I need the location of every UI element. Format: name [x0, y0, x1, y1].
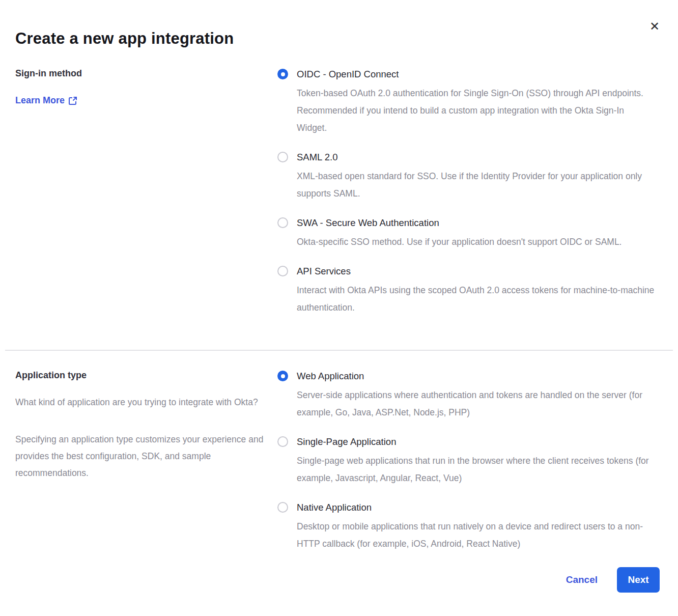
- radio-description-web-application: Server-side applications where authentic…: [297, 386, 657, 421]
- learn-more-link[interactable]: Learn More: [15, 95, 77, 106]
- next-button[interactable]: Next: [617, 567, 660, 593]
- application-type-section: Application type What kind of applicatio…: [0, 370, 678, 552]
- page-title: Create a new app integration: [0, 0, 678, 48]
- cancel-button[interactable]: Cancel: [566, 574, 598, 585]
- radio-button-web-application[interactable]: [277, 371, 288, 381]
- section-divider: [5, 350, 673, 351]
- radio-description-api-services: Interact with Okta APIs using the scoped…: [297, 282, 657, 316]
- radio-option-saml[interactable]: SAML 2.0 XML-based open standard for SSO…: [277, 151, 657, 202]
- radio-label-swa[interactable]: SWA - Secure Web Authentication: [297, 217, 657, 229]
- radio-label-saml[interactable]: SAML 2.0: [297, 151, 657, 163]
- learn-more-label: Learn More: [15, 95, 65, 106]
- dialog-footer: Cancel Next: [566, 567, 660, 593]
- radio-description-saml: XML-based open standard for SSO. Use if …: [297, 167, 657, 202]
- radio-option-oidc[interactable]: OIDC - OpenID Connect Token-based OAuth …: [277, 68, 657, 136]
- radio-option-native-application[interactable]: Native Application Desktop or mobile app…: [277, 501, 657, 552]
- radio-description-native-application: Desktop or mobile applications that run …: [297, 518, 657, 552]
- external-link-icon: [69, 96, 77, 105]
- radio-button-saml[interactable]: [277, 152, 288, 162]
- signin-method-left-column: Sign-in method Learn More: [15, 68, 277, 316]
- radio-option-web-application[interactable]: Web Application Server-side applications…: [277, 370, 657, 421]
- signin-method-section: Sign-in method Learn More OIDC - OpenID …: [0, 68, 678, 316]
- radio-button-single-page-application[interactable]: [277, 436, 288, 447]
- radio-button-swa[interactable]: [277, 217, 288, 228]
- radio-label-single-page-application[interactable]: Single-Page Application: [297, 436, 657, 448]
- radio-button-native-application[interactable]: [277, 502, 288, 513]
- application-type-left-column: Application type What kind of applicatio…: [15, 370, 277, 552]
- radio-label-oidc[interactable]: OIDC - OpenID Connect: [297, 68, 657, 80]
- application-type-label: Application type: [15, 370, 267, 381]
- radio-description-single-page-application: Single-page web applications that run in…: [297, 452, 657, 487]
- radio-label-web-application[interactable]: Web Application: [297, 370, 657, 382]
- radio-description-swa: Okta-specific SSO method. Use if your ap…: [297, 233, 657, 250]
- signin-method-options: OIDC - OpenID Connect Token-based OAuth …: [277, 68, 657, 316]
- application-type-options: Web Application Server-side applications…: [277, 370, 657, 552]
- radio-label-native-application[interactable]: Native Application: [297, 501, 657, 514]
- radio-description-oidc: Token-based OAuth 2.0 authentication for…: [297, 85, 657, 136]
- radio-label-api-services[interactable]: API Services: [297, 265, 657, 277]
- signin-method-label: Sign-in method: [15, 68, 267, 79]
- radio-option-swa[interactable]: SWA - Secure Web Authentication Okta-spe…: [277, 217, 657, 250]
- radio-button-api-services[interactable]: [277, 266, 288, 276]
- radio-option-single-page-application[interactable]: Single-Page Application Single-page web …: [277, 436, 657, 487]
- application-type-question: What kind of application are you trying …: [15, 394, 267, 411]
- radio-dot: [281, 72, 285, 76]
- create-app-integration-dialog: ✕ Create a new app integration Sign-in m…: [0, 0, 678, 616]
- radio-dot: [281, 374, 285, 378]
- radio-button-oidc[interactable]: [277, 69, 288, 79]
- application-type-explanation: Specifying an application type customize…: [15, 431, 267, 482]
- close-icon[interactable]: ✕: [647, 19, 662, 34]
- radio-option-api-services[interactable]: API Services Interact with Okta APIs usi…: [277, 265, 657, 316]
